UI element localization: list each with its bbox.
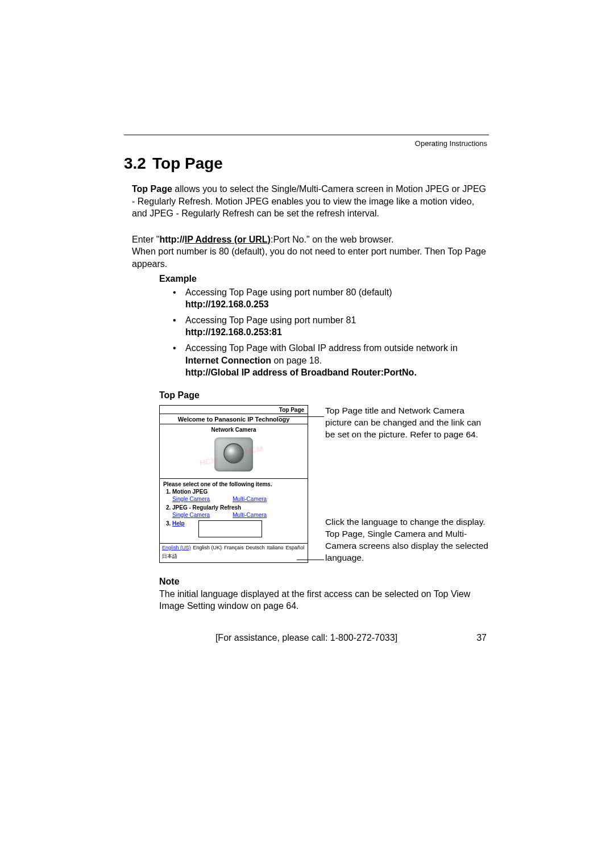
example-list: Accessing Top Page using port number 80 … [169,286,489,379]
browser-ipurl: IP Address (or URL) [185,235,271,244]
ex3-mid: on page 18. [271,356,322,365]
example-item-2: Accessing Top Page using port number 81 … [169,314,489,339]
lang-option[interactable]: Italiano [267,545,284,550]
tp-item2-single-link[interactable]: Single Camera [172,512,210,518]
footer: [For assistance, please call: 1-800-272-… [124,633,489,643]
tp-prompt: Please select one of the following items… [160,479,308,489]
tp-item2-multi-link[interactable]: Multi-Camera [233,512,267,518]
header-label: Operating Instructions [415,139,487,148]
top-page-subhead: Top Page [159,390,489,400]
callout-line-top [279,416,324,417]
tp-camera-image-wrap: HCM HCM [160,434,308,479]
lang-option[interactable]: English (UK) [193,545,222,550]
example-item-1: Accessing Top Page using port number 80 … [169,286,489,311]
browser-http: http:// [159,235,184,244]
ex2-url: http://192.168.0.253:81 [185,327,282,337]
intro-body: allows you to select the Single/Multi-Ca… [132,184,486,218]
tp-item-list: Motion JPEG Single Camera Multi-Camera J… [160,489,308,543]
header-rule [124,135,489,135]
ex1-text: Accessing Top Page using port number 80 … [185,287,392,297]
lang-option[interactable]: Español [286,545,305,550]
ex1-url: http://192.168.0.253 [185,299,269,309]
top-page-mock: Top Page Welcome to Panasonic IP Technol… [159,405,308,563]
callouts: Top Page title and Network Camera pictur… [325,405,489,564]
tp-item-help: Help [172,520,304,537]
tp-network-camera-label: Network Camera [160,424,308,434]
tp-item2-label: JPEG - Regularly Refresh [172,504,241,511]
footer-assistance: [For assistance, please call: 1-800-272-… [149,633,464,643]
tp-language-bar: English (US) English (UK) Français Deuts… [160,543,308,562]
intro-paragraph: Top Page allows you to select the Single… [132,183,489,220]
tp-help-link[interactable]: Help [172,520,185,527]
callout-line-bottom [297,560,324,560]
document-page: Operating Instructions 3.2Top Page Top P… [0,0,614,868]
tp-blank-box [198,520,262,537]
ex3-bold1: Internet Connection [185,356,271,365]
example-label: Example [159,274,489,284]
ex3-pre: Accessing Top Page with Global IP addres… [185,343,458,353]
browser-pre: Enter " [132,235,159,244]
page-number: 37 [464,633,487,643]
browser-post: :Port No." on the web browser. [271,235,393,244]
camera-lens-shape [223,443,244,464]
lang-selected[interactable]: English (US) [162,545,191,550]
tp-item1-multi-link[interactable]: Multi-Camera [233,496,267,502]
note-heading: Note [159,577,489,587]
intro-lead: Top Page [132,184,172,194]
tp-item1-single-link[interactable]: Single Camera [172,496,210,502]
section-title-text: Top Page [152,155,223,172]
note-body: The initial language displayed at the fi… [159,588,489,612]
section-heading: 3.2Top Page [124,155,489,173]
section-number: 3.2 [124,155,152,173]
enter-url-paragraph: Enter "http://IP Address (or URL):Port N… [132,233,489,270]
figure-row: Top Page Welcome to Panasonic IP Technol… [159,405,489,564]
ex2-text: Accessing Top Page using port number 81 [185,315,356,325]
browser-line2: When port number is 80 (default), you do… [132,247,486,269]
tp-item-motion-jpeg: Motion JPEG Single Camera Multi-Camera [172,489,304,502]
camera-icon: HCM HCM [211,434,256,475]
lang-option[interactable]: Deutsch [246,545,265,550]
tp-welcome: Welcome to Panasonic IP Technology [160,414,308,424]
tp-header: Top Page [160,406,308,414]
lang-option[interactable]: 日本語 [162,553,177,560]
lang-option[interactable]: Français [224,545,244,550]
callout-bottom: Click the language to change the display… [325,516,489,564]
ex3-bold2: http://Global IP address of Broadband Ro… [185,368,417,377]
tp-item-jpeg-refresh: JPEG - Regularly Refresh Single Camera M… [172,504,304,518]
tp-item1-label: Motion JPEG [172,489,208,495]
content-area: 3.2Top Page Top Page allows you to selec… [124,155,489,643]
example-item-3: Accessing Top Page with Global IP addres… [169,342,489,379]
callout-top: Top Page title and Network Camera pictur… [325,405,489,441]
